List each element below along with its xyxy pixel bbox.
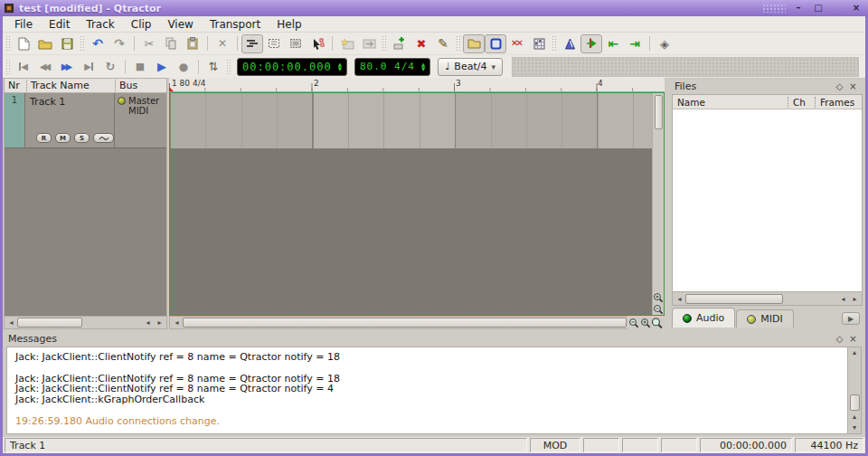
playhead-marker[interactable] <box>169 87 174 91</box>
scroll-left-icon[interactable]: ◂ <box>5 318 17 328</box>
cut-button[interactable]: ✂ <box>138 34 160 53</box>
scrollbar-thumb[interactable] <box>17 318 82 328</box>
toolbar-handle[interactable] <box>552 35 557 52</box>
scrollbar-thumb[interactable] <box>850 394 860 411</box>
messages-vscrollbar[interactable]: ▴ ▴ ▾ <box>847 347 861 433</box>
spin-down-icon[interactable]: ▼ <box>338 67 342 71</box>
solo-button[interactable]: S <box>74 133 90 143</box>
view-connections-button[interactable] <box>528 34 550 53</box>
redo-button[interactable]: ↷ <box>108 34 130 53</box>
transport-fast-forward-button[interactable]: ▶▶ <box>56 57 78 76</box>
menu-file[interactable]: File <box>6 16 41 33</box>
rect-select-mode-button[interactable] <box>285 34 307 53</box>
track-properties-button[interactable]: ✎ <box>432 34 454 53</box>
open-session-button[interactable] <box>34 34 56 53</box>
transport-record-button[interactable]: ● <box>173 57 194 76</box>
scroll-left-icon[interactable]: ◂ <box>142 318 154 328</box>
view-files-button[interactable] <box>463 34 485 53</box>
track-name-cell[interactable]: Track 1 R M S <box>25 93 115 147</box>
tempo-display[interactable]: 80.0 4/4 ▲ ▼ <box>354 58 430 76</box>
timeline-vscrollbar[interactable] <box>652 93 664 315</box>
transport-rewind-button[interactable]: ◀◀ <box>34 57 56 76</box>
scroll-up-icon[interactable]: ▴ <box>849 411 861 422</box>
track-row[interactable]: 1 Track 1 R M S Master MIDI <box>5 93 166 148</box>
file-preview-play-button[interactable]: ▶ <box>842 312 860 325</box>
files-header-ch[interactable]: Ch <box>788 97 815 108</box>
files-hscrollbar[interactable]: ◂ ◂ ▸ <box>673 291 862 305</box>
copy-button[interactable] <box>160 34 182 53</box>
mute-button[interactable]: M <box>55 133 71 143</box>
automation-button[interactable] <box>93 133 114 143</box>
undo-button[interactable]: ↶ <box>87 34 108 53</box>
time-spinner[interactable]: ▲ ▼ <box>338 62 342 71</box>
tab-audio[interactable]: Audio <box>672 308 735 328</box>
view-mixer-button[interactable]: ✕✕ <box>506 34 528 53</box>
scroll-left-icon[interactable]: ◂ <box>171 318 183 328</box>
edit-clip-mode-button[interactable] <box>241 34 263 53</box>
toolbar-handle[interactable] <box>5 59 11 75</box>
transport-forward-button[interactable]: ▶ <box>78 57 99 76</box>
zoom-in-vertical-button[interactable] <box>652 291 664 303</box>
track-lane[interactable] <box>170 93 652 148</box>
new-session-button[interactable] <box>13 34 34 53</box>
files-header-name[interactable]: Name <box>673 97 788 108</box>
tempo-spinner[interactable]: ▲ ▼ <box>421 62 425 71</box>
add-track-button[interactable] <box>389 34 410 53</box>
close-button[interactable]: × <box>849 3 863 14</box>
paste-button[interactable] <box>182 34 203 53</box>
scrollbar-thumb[interactable] <box>655 95 663 129</box>
minimize-button[interactable]: – <box>791 3 806 14</box>
timeline-hscrollbar[interactable]: ◂ <box>169 316 627 329</box>
float-panel-button[interactable]: ◇ <box>833 333 846 346</box>
transport-punch-button[interactable]: ⇅ <box>203 57 224 76</box>
tab-midi[interactable]: MIDI <box>736 309 793 328</box>
track-number[interactable]: 1 <box>5 93 25 147</box>
titlebar[interactable]: test [modified] - Qtractor – □ × <box>0 0 868 16</box>
timeline-ruler[interactable]: 1 80 4/4 2 3 4 <box>169 78 665 92</box>
transport-loop-button[interactable]: ↻ <box>99 57 121 76</box>
spin-down-icon[interactable]: ▼ <box>421 67 425 71</box>
close-panel-button[interactable]: × <box>846 333 860 346</box>
menu-help[interactable]: Help <box>269 16 309 33</box>
continue-past-end-button[interactable]: ⇥ <box>624 34 646 53</box>
clip-new-button[interactable] <box>336 34 358 53</box>
clip-navigate-button[interactable] <box>358 34 380 53</box>
files-list-body[interactable] <box>673 109 862 291</box>
menu-view[interactable]: View <box>159 16 201 33</box>
snap-select[interactable]: ♩ Beat/4 ▾ <box>438 58 503 76</box>
scroll-right-icon[interactable]: ▸ <box>849 293 861 304</box>
zoom-reset-button[interactable] <box>651 317 663 328</box>
shortcuts-button[interactable]: ◈ <box>654 34 675 53</box>
record-arm-button[interactable]: R <box>36 133 52 143</box>
toolbar-handle[interactable] <box>382 35 387 52</box>
metronome-button[interactable] <box>559 34 580 53</box>
toolbar-handle[interactable] <box>226 59 231 75</box>
range-select-mode-button[interactable] <box>263 34 285 53</box>
scrollbar-thumb[interactable] <box>183 318 627 328</box>
scroll-down-icon[interactable]: ▾ <box>849 422 861 432</box>
float-panel-button[interactable]: ◇ <box>833 80 846 92</box>
toolbar-handle[interactable] <box>456 35 461 52</box>
scrollbar-thumb[interactable] <box>685 294 783 304</box>
menu-clip[interactable]: Clip <box>123 16 160 33</box>
maximize-button[interactable]: □ <box>811 3 826 14</box>
edit-tool-button[interactable] <box>307 34 328 53</box>
toolbar-handle[interactable] <box>5 35 11 52</box>
transport-backward-button[interactable]: ◀ <box>13 57 34 76</box>
track-bus-cell[interactable]: Master MIDI <box>115 93 166 147</box>
transport-stop-button[interactable]: ■ <box>129 57 151 76</box>
menu-transport[interactable]: Transport <box>202 16 269 33</box>
messages-panel-titlebar[interactable]: Messages ◇ × <box>3 331 865 347</box>
time-display[interactable]: 00:00:00.000 ▲ ▼ <box>237 58 347 76</box>
header-track-name[interactable]: Track Name <box>26 80 115 91</box>
save-session-button[interactable] <box>56 34 78 53</box>
zoom-in-horizontal-button[interactable] <box>639 317 651 328</box>
track-view[interactable] <box>169 92 665 316</box>
view-messages-button[interactable] <box>485 34 506 53</box>
header-bus[interactable]: Bus <box>115 80 166 91</box>
close-panel-button[interactable]: × <box>846 80 860 92</box>
files-panel-titlebar[interactable]: Files ◇ × <box>669 78 865 94</box>
files-header-frames[interactable]: Frames <box>815 97 862 108</box>
scroll-left-icon[interactable]: ◂ <box>674 293 685 304</box>
zoom-out-horizontal-button[interactable] <box>627 317 639 328</box>
